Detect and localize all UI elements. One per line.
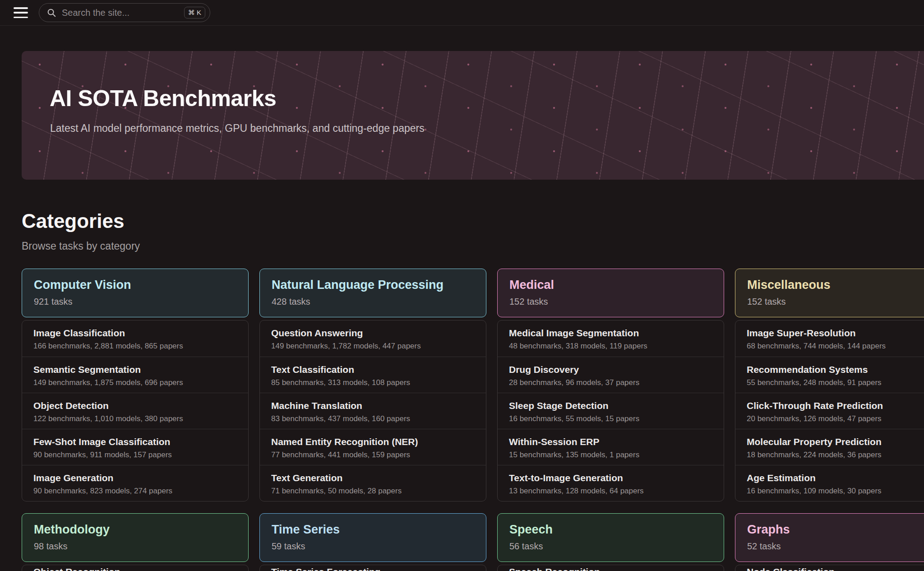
task-list: Medical Image Segmentation48 benchmarks,…	[497, 320, 724, 501]
task-title: Machine Translation	[271, 400, 475, 412]
task-title: Medical Image Segmentation	[509, 327, 712, 339]
task-item-speech-recognition[interactable]: Speech Recognition	[498, 565, 724, 571]
task-item-within-session-erp[interactable]: Within-Session ERP15 benchmarks, 135 mod…	[498, 429, 724, 465]
menu-icon[interactable]	[14, 7, 28, 18]
category-column-medical: Medical 152 tasks Medical Image Segmenta…	[497, 269, 724, 501]
task-list: Object Recognition	[22, 565, 249, 571]
task-item-age-estimation[interactable]: Age Estimation16 benchmarks, 109 models,…	[735, 465, 924, 501]
category-card-time-series[interactable]: Time Series 59 tasks	[259, 513, 486, 562]
site-search[interactable]: ⌘ K	[39, 3, 210, 22]
task-title: Image Generation	[33, 472, 237, 484]
task-item-object-detection[interactable]: Object Detection122 benchmarks, 1,010 mo…	[22, 393, 248, 429]
task-title: Image Super-Resolution	[747, 327, 924, 339]
task-stats: 122 benchmarks, 1,010 models, 380 papers	[33, 414, 237, 423]
category-column-time-series: Time Series 59 tasks Time Series Forecas…	[259, 513, 486, 571]
category-card-computer-vision[interactable]: Computer Vision 921 tasks	[22, 269, 249, 317]
category-task-count: 152 tasks	[509, 297, 712, 307]
task-list: Node Classification	[735, 565, 924, 571]
task-stats: 71 benchmarks, 50 models, 28 papers	[271, 487, 475, 496]
task-stats: 48 benchmarks, 318 models, 119 papers	[509, 342, 712, 351]
task-title: Object Detection	[33, 400, 237, 412]
task-title: Text-to-Image Generation	[509, 472, 712, 484]
category-card-natural-language-processing[interactable]: Natural Language Processing 428 tasks	[259, 269, 486, 317]
search-icon	[46, 8, 56, 18]
task-stats: 90 benchmarks, 823 models, 274 papers	[33, 487, 237, 496]
category-task-count: 152 tasks	[747, 297, 924, 307]
hero-banner: AI SOTA Benchmarks Latest AI model perfo…	[22, 51, 924, 180]
task-item-text-to-image-generation[interactable]: Text-to-Image Generation13 benchmarks, 1…	[498, 465, 724, 501]
task-title: Recommendation Systems	[747, 364, 924, 376]
category-title: Speech	[509, 523, 712, 537]
category-title: Graphs	[747, 523, 924, 537]
task-title: Speech Recognition	[509, 566, 712, 571]
task-item-molecular-property-prediction[interactable]: Molecular Property Prediction18 benchmar…	[735, 429, 924, 465]
category-card-medical[interactable]: Medical 152 tasks	[497, 269, 724, 317]
task-stats: 77 benchmarks, 441 models, 159 papers	[271, 450, 475, 460]
task-item-click-through-rate-prediction[interactable]: Click-Through Rate Prediction20 benchmar…	[735, 393, 924, 429]
task-stats: 90 benchmarks, 911 models, 157 papers	[33, 450, 237, 460]
task-title: Few-Shot Image Classification	[33, 436, 237, 448]
page-subtitle: Latest AI model performance metrics, GPU…	[22, 110, 924, 135]
category-column-miscellaneous: Miscellaneous 152 tasks Image Super-Reso…	[735, 269, 924, 501]
task-title: Time Series Forecasting	[271, 566, 475, 571]
category-task-count: 59 tasks	[272, 541, 474, 552]
task-stats: 55 benchmarks, 248 models, 91 papers	[747, 378, 924, 387]
task-stats: 68 benchmarks, 744 models, 144 papers	[747, 342, 924, 351]
task-item-image-generation[interactable]: Image Generation90 benchmarks, 823 model…	[22, 465, 248, 501]
task-item-machine-translation[interactable]: Machine Translation83 benchmarks, 437 mo…	[260, 393, 486, 429]
task-item-semantic-segmentation[interactable]: Semantic Segmentation149 benchmarks, 1,8…	[22, 357, 248, 393]
task-title: Within-Session ERP	[509, 436, 712, 448]
task-item-image-super-resolution[interactable]: Image Super-Resolution68 benchmarks, 744…	[735, 320, 924, 357]
task-title: Molecular Property Prediction	[747, 436, 924, 448]
task-item-time-series-forecasting[interactable]: Time Series Forecasting	[260, 565, 486, 571]
task-stats: 16 benchmarks, 109 models, 30 papers	[747, 487, 924, 496]
category-title: Medical	[509, 279, 712, 292]
task-item-medical-image-segmentation[interactable]: Medical Image Segmentation48 benchmarks,…	[498, 320, 724, 357]
category-title: Miscellaneous	[747, 279, 924, 292]
task-item-drug-discovery[interactable]: Drug Discovery28 benchmarks, 96 models, …	[498, 357, 724, 393]
task-item-question-answering[interactable]: Question Answering149 benchmarks, 1,782 …	[260, 320, 486, 357]
search-input[interactable]	[61, 7, 184, 19]
task-title: Sleep Stage Detection	[509, 400, 712, 412]
task-list: Time Series Forecasting	[259, 565, 486, 571]
task-item-node-classification[interactable]: Node Classification	[735, 565, 924, 571]
task-item-recommendation-systems[interactable]: Recommendation Systems55 benchmarks, 248…	[735, 357, 924, 393]
category-title: Time Series	[272, 523, 474, 537]
category-task-count: 921 tasks	[34, 297, 236, 307]
task-stats: 83 benchmarks, 437 models, 160 papers	[271, 414, 475, 423]
task-item-text-classification[interactable]: Text Classification85 benchmarks, 313 mo…	[260, 357, 486, 393]
task-item-object-recognition[interactable]: Object Recognition	[22, 565, 248, 571]
category-card-methodology[interactable]: Methodology 98 tasks	[22, 513, 249, 562]
category-column-speech: Speech 56 tasks Speech Recognition	[497, 513, 724, 571]
task-title: Age Estimation	[747, 472, 924, 484]
page-title: AI SOTA Benchmarks	[22, 51, 924, 110]
task-title: Named Entity Recognition (NER)	[271, 436, 475, 448]
task-title: Semantic Segmentation	[33, 364, 237, 376]
task-item-image-classification[interactable]: Image Classification166 benchmarks, 2,88…	[22, 320, 248, 357]
category-title: Methodology	[34, 523, 236, 537]
task-stats: 149 benchmarks, 1,782 models, 447 papers	[271, 342, 475, 351]
task-title: Drug Discovery	[509, 364, 712, 376]
top-bar: ⌘ K	[0, 0, 924, 26]
task-stats: 20 benchmarks, 126 models, 47 papers	[747, 414, 924, 423]
task-title: Text Generation	[271, 472, 475, 484]
category-card-graphs[interactable]: Graphs 52 tasks	[735, 513, 924, 562]
task-item-few-shot-image-classification[interactable]: Few-Shot Image Classification90 benchmar…	[22, 429, 248, 465]
task-stats: 166 benchmarks, 2,881 models, 865 papers	[33, 342, 237, 351]
category-card-speech[interactable]: Speech 56 tasks	[497, 513, 724, 562]
category-card-miscellaneous[interactable]: Miscellaneous 152 tasks	[735, 269, 924, 317]
task-item-named-entity-recognition-ner[interactable]: Named Entity Recognition (NER)77 benchma…	[260, 429, 486, 465]
task-item-sleep-stage-detection[interactable]: Sleep Stage Detection16 benchmarks, 55 m…	[498, 393, 724, 429]
category-column-natural-language-processing: Natural Language Processing 428 tasks Qu…	[259, 269, 486, 501]
category-task-count: 428 tasks	[272, 297, 474, 307]
task-list: Image Super-Resolution68 benchmarks, 744…	[735, 320, 924, 501]
task-list: Question Answering149 benchmarks, 1,782 …	[259, 320, 486, 501]
category-column-computer-vision: Computer Vision 921 tasks Image Classifi…	[22, 269, 249, 501]
task-stats: 18 benchmarks, 224 models, 36 papers	[747, 450, 924, 460]
task-title: Object Recognition	[33, 566, 237, 571]
category-title: Natural Language Processing	[272, 279, 474, 292]
task-list: Speech Recognition	[497, 565, 724, 571]
task-title: Click-Through Rate Prediction	[747, 400, 924, 412]
task-title: Question Answering	[271, 327, 475, 339]
task-item-text-generation[interactable]: Text Generation71 benchmarks, 50 models,…	[260, 465, 486, 501]
